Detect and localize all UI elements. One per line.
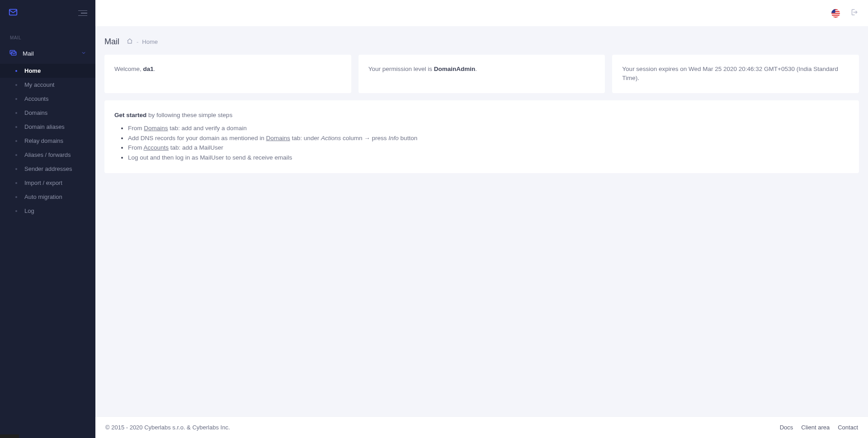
sidebar-item-accounts[interactable]: Accounts (0, 92, 95, 106)
home-icon[interactable] (127, 38, 133, 46)
welcome-username: da1 (143, 66, 154, 72)
sidebar-item-import-export[interactable]: Import / export (0, 176, 95, 190)
sidebar-item-label: Import / export (24, 179, 62, 186)
step-text: Log out and then log in as MailUser to s… (128, 154, 292, 161)
footer: © 2015 - 2020 Cyberlabs s.r.o. & Cyberla… (95, 416, 868, 438)
breadcrumb-current: Home (142, 38, 158, 45)
step-text: From (128, 144, 144, 151)
session-text: Your session expires on Wed Mar 25 2020 … (622, 66, 838, 81)
svg-rect-7 (831, 14, 840, 15)
bullet-icon (15, 112, 17, 114)
sidebar-item-auto-migration[interactable]: Auto migration (0, 190, 95, 204)
step-em: Info (388, 135, 399, 141)
sidebar-item-domain-aliases[interactable]: Domain aliases (0, 120, 95, 134)
permission-prefix: Your permission level is (368, 66, 434, 72)
bullet-icon (15, 182, 17, 184)
footer-link-client-area[interactable]: Client area (801, 424, 830, 431)
get-started-subtext: by following these simple steps (146, 112, 232, 118)
sidebar-top (0, 0, 95, 26)
sidebar-item-label: Log (24, 207, 34, 214)
sidebar-item-log[interactable]: Log (0, 204, 95, 218)
step-item: From Accounts tab: add a MailUser (128, 143, 849, 153)
app-logo-icon[interactable] (8, 7, 18, 19)
locale-flag-icon[interactable] (831, 9, 840, 18)
permission-suffix: . (475, 66, 477, 72)
sidebar-item-aliases-forwards[interactable]: Aliases / forwards (0, 148, 95, 162)
step-text: tab: add a MailUser (169, 144, 223, 151)
step-text: tab: add and verify a domain (168, 125, 247, 132)
sidebar-item-label: Auto migration (24, 193, 62, 200)
page-title: Mail (104, 37, 119, 47)
steps-list: From Domains tab: add and verify a domai… (114, 123, 849, 162)
bullet-icon (15, 210, 17, 212)
session-card: Your session expires on Wed Mar 25 2020 … (612, 55, 859, 93)
os-taskbar-sliver (0, 434, 19, 438)
get-started-card: Get started by following these simple st… (104, 100, 859, 174)
bullet-icon (15, 154, 17, 156)
domains-link[interactable]: Domains (144, 125, 168, 132)
step-item: Log out and then log in as MailUser to s… (128, 153, 849, 163)
menu-toggle-icon[interactable] (78, 10, 87, 16)
sidebar-item-label: Accounts (24, 95, 48, 102)
sidebar-item-home[interactable]: Home (0, 64, 95, 78)
sidebar-item-label: Domain aliases (24, 123, 65, 130)
sidebar-item-mail[interactable]: Mail (0, 44, 95, 63)
sidebar-section-label: MAIL (0, 26, 95, 44)
step-text: Add DNS records for your domain as menti… (128, 135, 266, 141)
step-text: column → press (341, 135, 388, 141)
mail-group-icon (9, 48, 17, 58)
sidebar-item-label: Mail (23, 50, 34, 57)
welcome-prefix: Welcome, (114, 66, 143, 72)
sidebar-item-label: Home (24, 67, 41, 74)
get-started-heading: Get started (114, 112, 146, 118)
main-column: Mail - Home Welcome, da1. Your permissio… (95, 0, 868, 438)
bullet-icon (15, 168, 17, 170)
sidebar-item-label: My account (24, 81, 54, 88)
bullet-icon (15, 84, 17, 86)
sidebar-item-label: Sender addresses (24, 165, 72, 172)
footer-link-contact[interactable]: Contact (838, 424, 858, 431)
step-item: Add DNS records for your domain as menti… (128, 133, 849, 143)
domains-link[interactable]: Domains (266, 135, 290, 141)
svg-rect-8 (831, 16, 840, 17)
summary-cards-row: Welcome, da1. Your permission level is D… (104, 55, 859, 93)
step-item: From Domains tab: add and verify a domai… (128, 123, 849, 133)
bullet-icon (15, 196, 17, 198)
breadcrumb-separator: - (137, 38, 138, 45)
topbar (95, 0, 868, 26)
step-em: Actions (321, 135, 341, 141)
logout-icon[interactable] (850, 8, 858, 18)
sidebar-item-sender-addresses[interactable]: Sender addresses (0, 162, 95, 176)
step-text: button (399, 135, 417, 141)
sidebar-item-relay-domains[interactable]: Relay domains (0, 134, 95, 148)
chevron-down-icon (81, 49, 86, 57)
footer-links: Docs Client area Contact (780, 424, 858, 431)
sidebar-subnav: Home My account Accounts Domains Domain … (0, 63, 95, 219)
sidebar-item-domains[interactable]: Domains (0, 106, 95, 120)
sidebar-item-my-account[interactable]: My account (0, 78, 95, 92)
svg-rect-6 (831, 13, 840, 14)
welcome-card: Welcome, da1. (104, 55, 351, 93)
svg-rect-9 (831, 9, 835, 13)
sidebar-item-label: Relay domains (24, 137, 63, 144)
sidebar: MAIL Mail Home My account Accounts Domai… (0, 0, 95, 438)
permission-level: DomainAdmin (434, 66, 476, 72)
content-area: Mail - Home Welcome, da1. Your permissio… (95, 26, 868, 416)
page-header: Mail - Home (104, 26, 859, 55)
bullet-icon (15, 126, 17, 128)
step-text: From (128, 125, 144, 132)
footer-copyright: © 2015 - 2020 Cyberlabs s.r.o. & Cyberla… (105, 424, 230, 431)
permission-card: Your permission level is DomainAdmin. (359, 55, 605, 93)
sidebar-item-label: Aliases / forwards (24, 151, 71, 158)
welcome-suffix: . (154, 66, 156, 72)
bullet-icon (15, 98, 17, 100)
step-text: tab: under (290, 135, 321, 141)
breadcrumb: - Home (127, 38, 158, 46)
sidebar-item-label: Domains (24, 109, 47, 116)
bullet-icon (15, 140, 17, 142)
footer-link-docs[interactable]: Docs (780, 424, 793, 431)
accounts-link[interactable]: Accounts (144, 144, 169, 151)
bullet-icon (15, 70, 17, 72)
